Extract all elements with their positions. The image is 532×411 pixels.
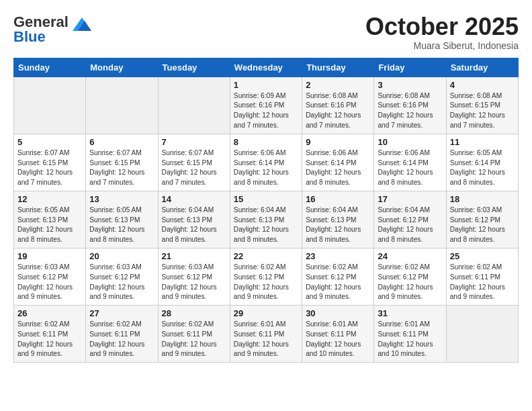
calendar-week-4: 19Sunrise: 6:03 AM Sunset: 6:12 PM Dayli…	[14, 248, 519, 305]
calendar-cell	[446, 306, 518, 363]
day-info: Sunrise: 6:01 AM Sunset: 6:11 PM Dayligh…	[306, 320, 370, 359]
day-number: 27	[89, 308, 154, 318]
weekday-header-monday: Monday	[86, 58, 158, 77]
calendar-cell: 8Sunrise: 6:06 AM Sunset: 6:14 PM Daylig…	[230, 134, 302, 191]
day-info: Sunrise: 6:02 AM Sunset: 6:11 PM Dayligh…	[17, 320, 82, 359]
day-number: 28	[162, 308, 226, 318]
day-number: 23	[306, 251, 370, 261]
day-number: 15	[234, 194, 298, 204]
day-number: 4	[450, 80, 515, 90]
day-info: Sunrise: 6:04 AM Sunset: 6:13 PM Dayligh…	[162, 205, 226, 245]
day-number: 26	[17, 308, 82, 318]
calendar-cell: 16Sunrise: 6:04 AM Sunset: 6:13 PM Dayli…	[302, 191, 374, 248]
page-header: General Blue October 2025 Muara Siberut,…	[13, 13, 519, 51]
weekday-header-row: SundayMondayTuesdayWednesdayThursdayFrid…	[14, 58, 519, 77]
calendar-cell: 9Sunrise: 6:06 AM Sunset: 6:14 PM Daylig…	[302, 134, 374, 191]
calendar-week-1: 1Sunrise: 6:09 AM Sunset: 6:16 PM Daylig…	[14, 77, 519, 134]
calendar-cell: 19Sunrise: 6:03 AM Sunset: 6:12 PM Dayli…	[14, 248, 86, 305]
calendar-cell: 12Sunrise: 6:05 AM Sunset: 6:13 PM Dayli…	[14, 191, 86, 248]
day-info: Sunrise: 6:07 AM Sunset: 6:15 PM Dayligh…	[89, 148, 154, 188]
day-info: Sunrise: 6:01 AM Sunset: 6:11 PM Dayligh…	[234, 320, 298, 359]
day-number: 24	[378, 251, 442, 261]
calendar-cell: 30Sunrise: 6:01 AM Sunset: 6:11 PM Dayli…	[302, 306, 374, 363]
calendar-week-5: 26Sunrise: 6:02 AM Sunset: 6:11 PM Dayli…	[14, 306, 519, 363]
day-number: 30	[306, 308, 370, 318]
month-title: October 2025	[365, 13, 519, 40]
calendar-cell: 5Sunrise: 6:07 AM Sunset: 6:15 PM Daylig…	[14, 134, 86, 191]
calendar-cell: 13Sunrise: 6:05 AM Sunset: 6:13 PM Dayli…	[86, 191, 158, 248]
day-info: Sunrise: 6:08 AM Sunset: 6:16 PM Dayligh…	[378, 91, 442, 131]
day-number: 25	[450, 251, 515, 261]
day-info: Sunrise: 6:06 AM Sunset: 6:14 PM Dayligh…	[234, 148, 298, 188]
day-number: 3	[378, 80, 442, 90]
calendar-cell: 22Sunrise: 6:02 AM Sunset: 6:12 PM Dayli…	[230, 248, 302, 305]
day-info: Sunrise: 6:06 AM Sunset: 6:14 PM Dayligh…	[378, 148, 442, 188]
day-info: Sunrise: 6:05 AM Sunset: 6:14 PM Dayligh…	[450, 148, 515, 188]
day-info: Sunrise: 6:07 AM Sunset: 6:15 PM Dayligh…	[17, 148, 82, 188]
day-number: 17	[378, 194, 442, 204]
day-info: Sunrise: 6:02 AM Sunset: 6:11 PM Dayligh…	[162, 320, 226, 359]
day-info: Sunrise: 6:03 AM Sunset: 6:12 PM Dayligh…	[17, 263, 82, 302]
day-number: 5	[17, 137, 82, 147]
calendar-cell: 17Sunrise: 6:04 AM Sunset: 6:12 PM Dayli…	[374, 191, 446, 248]
calendar-week-3: 12Sunrise: 6:05 AM Sunset: 6:13 PM Dayli…	[14, 191, 519, 248]
calendar-cell: 28Sunrise: 6:02 AM Sunset: 6:11 PM Dayli…	[158, 306, 230, 363]
logo: General Blue	[13, 13, 91, 46]
day-number: 9	[306, 137, 370, 147]
calendar-cell	[14, 77, 86, 134]
title-block: October 2025 Muara Siberut, Indonesia	[365, 13, 519, 51]
day-number: 18	[450, 194, 515, 204]
calendar-cell	[86, 77, 158, 134]
calendar-cell: 27Sunrise: 6:02 AM Sunset: 6:11 PM Dayli…	[86, 306, 158, 363]
calendar-cell: 10Sunrise: 6:06 AM Sunset: 6:14 PM Dayli…	[374, 134, 446, 191]
day-info: Sunrise: 6:03 AM Sunset: 6:12 PM Dayligh…	[89, 263, 154, 302]
day-number: 19	[17, 251, 82, 261]
calendar-cell: 29Sunrise: 6:01 AM Sunset: 6:11 PM Dayli…	[230, 306, 302, 363]
calendar-cell: 20Sunrise: 6:03 AM Sunset: 6:12 PM Dayli…	[86, 248, 158, 305]
calendar-cell: 7Sunrise: 6:07 AM Sunset: 6:15 PM Daylig…	[158, 134, 230, 191]
calendar-cell: 1Sunrise: 6:09 AM Sunset: 6:16 PM Daylig…	[230, 77, 302, 134]
calendar-cell: 4Sunrise: 6:08 AM Sunset: 6:15 PM Daylig…	[446, 77, 518, 134]
day-info: Sunrise: 6:02 AM Sunset: 6:11 PM Dayligh…	[89, 320, 154, 359]
day-number: 14	[162, 194, 226, 204]
day-number: 12	[17, 194, 82, 204]
weekday-header-tuesday: Tuesday	[158, 58, 230, 77]
day-number: 1	[234, 80, 298, 90]
calendar-cell: 23Sunrise: 6:02 AM Sunset: 6:12 PM Dayli…	[302, 248, 374, 305]
day-info: Sunrise: 6:02 AM Sunset: 6:12 PM Dayligh…	[234, 263, 298, 302]
calendar-cell: 11Sunrise: 6:05 AM Sunset: 6:14 PM Dayli…	[446, 134, 518, 191]
day-info: Sunrise: 6:06 AM Sunset: 6:14 PM Dayligh…	[306, 148, 370, 188]
day-info: Sunrise: 6:09 AM Sunset: 6:16 PM Dayligh…	[234, 91, 298, 131]
weekday-header-saturday: Saturday	[446, 58, 518, 77]
calendar-cell: 14Sunrise: 6:04 AM Sunset: 6:13 PM Dayli…	[158, 191, 230, 248]
day-info: Sunrise: 6:04 AM Sunset: 6:12 PM Dayligh…	[378, 205, 442, 245]
weekday-header-friday: Friday	[374, 58, 446, 77]
day-number: 22	[234, 251, 298, 261]
calendar-cell	[158, 77, 230, 134]
day-info: Sunrise: 6:05 AM Sunset: 6:13 PM Dayligh…	[17, 205, 82, 245]
day-number: 29	[234, 308, 298, 318]
calendar-cell: 21Sunrise: 6:03 AM Sunset: 6:12 PM Dayli…	[158, 248, 230, 305]
calendar-cell: 2Sunrise: 6:08 AM Sunset: 6:16 PM Daylig…	[302, 77, 374, 134]
day-info: Sunrise: 6:02 AM Sunset: 6:11 PM Dayligh…	[450, 263, 515, 302]
day-info: Sunrise: 6:02 AM Sunset: 6:12 PM Dayligh…	[306, 263, 370, 302]
calendar-cell: 6Sunrise: 6:07 AM Sunset: 6:15 PM Daylig…	[86, 134, 158, 191]
day-info: Sunrise: 6:03 AM Sunset: 6:12 PM Dayligh…	[162, 263, 226, 302]
calendar-cell: 24Sunrise: 6:02 AM Sunset: 6:12 PM Dayli…	[374, 248, 446, 305]
day-info: Sunrise: 6:08 AM Sunset: 6:16 PM Dayligh…	[306, 91, 370, 131]
location: Muara Siberut, Indonesia	[365, 40, 519, 51]
day-info: Sunrise: 6:05 AM Sunset: 6:13 PM Dayligh…	[89, 205, 154, 245]
day-info: Sunrise: 6:08 AM Sunset: 6:15 PM Dayligh…	[450, 91, 515, 131]
calendar-cell: 31Sunrise: 6:01 AM Sunset: 6:11 PM Dayli…	[374, 306, 446, 363]
day-number: 7	[162, 137, 226, 147]
day-info: Sunrise: 6:04 AM Sunset: 6:13 PM Dayligh…	[234, 205, 298, 245]
day-number: 20	[89, 251, 154, 261]
calendar-cell: 25Sunrise: 6:02 AM Sunset: 6:11 PM Dayli…	[446, 248, 518, 305]
day-number: 2	[306, 80, 370, 90]
calendar-cell: 18Sunrise: 6:03 AM Sunset: 6:12 PM Dayli…	[446, 191, 518, 248]
calendar-cell: 3Sunrise: 6:08 AM Sunset: 6:16 PM Daylig…	[374, 77, 446, 134]
calendar-table: SundayMondayTuesdayWednesdayThursdayFrid…	[13, 58, 519, 363]
logo-blue: Blue	[13, 28, 46, 46]
calendar-week-2: 5Sunrise: 6:07 AM Sunset: 6:15 PM Daylig…	[14, 134, 519, 191]
calendar-cell: 15Sunrise: 6:04 AM Sunset: 6:13 PM Dayli…	[230, 191, 302, 248]
